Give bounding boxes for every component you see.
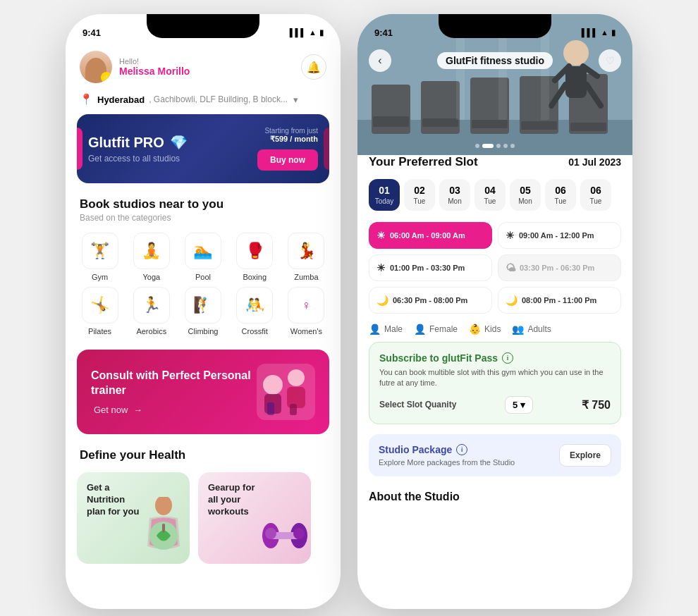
timeslot-4: 🌤 03:30 Pm - 06:30 Pm (498, 254, 621, 281)
timeslot-3[interactable]: ☀ 01:00 Pm - 03:30 Pm (369, 254, 492, 281)
timeslot-1[interactable]: ☀ 06:00 Am - 09:00 Am (369, 222, 492, 249)
package-info-icon[interactable]: i (456, 444, 467, 455)
boxing-icon-box: 🥊 (236, 233, 273, 269)
timeslot-2-text: 09:00 Am - 12:00 Pm (519, 231, 594, 240)
svg-rect-4 (267, 402, 274, 415)
trainer-banner[interactable]: Consult with Perfect Personal trainer Ge… (77, 350, 329, 434)
battery-icon: ▮ (319, 28, 324, 37)
category-climbing[interactable]: 🧗 Climbing (180, 287, 226, 335)
explore-button[interactable]: Explore (559, 444, 611, 467)
location-address: , Gachibowli, DLF Building, B block... (149, 94, 288, 104)
date-04[interactable]: 04 Tue (474, 179, 506, 211)
female-icon: 👤 (414, 324, 426, 335)
status-time: 9:41 (82, 27, 101, 38)
category-crossfit[interactable]: 🤼 Crossfit (232, 287, 278, 335)
time-grid: ☀ 06:00 Am - 09:00 Am ☀ 09:00 Am - 12:00… (369, 222, 621, 314)
status-time-2: 9:41 (374, 27, 393, 38)
subscribe-footer: Select Slot Quanity 5 ▾ ₹ 750 (379, 396, 611, 414)
qty-selector[interactable]: 5 ▾ (505, 396, 533, 414)
pro-right-accent (324, 128, 329, 170)
aerobics-label: Aerobics (136, 327, 166, 335)
gender-male[interactable]: 👤 Male (369, 324, 403, 335)
trainer-image (257, 364, 315, 420)
buy-now-button[interactable]: Buy now (257, 149, 318, 171)
date-label-5: Mon (514, 197, 537, 205)
gender-kids[interactable]: 👶 Kids (469, 324, 501, 335)
health-cards: Get a Nutrition plan for you Gearup for … (66, 464, 341, 571)
health-card-nutrition[interactable]: Get a Nutrition plan for you (77, 472, 190, 564)
date-02[interactable]: 02 Tue (404, 179, 435, 211)
yoga-icon-box: 🧘 (133, 233, 170, 269)
svg-point-12 (265, 528, 276, 539)
subscribe-price: ₹ 750 (582, 398, 611, 412)
category-yoga[interactable]: 🧘 Yoga (128, 233, 174, 281)
date-num-3: 03 (443, 185, 466, 196)
gender-adults[interactable]: 👥 Adults (512, 324, 551, 335)
trainer-cta: Get now → (91, 405, 257, 415)
wifi-icon-2: ▲ (601, 28, 608, 37)
gender-female[interactable]: 👤 Female (414, 324, 458, 335)
pro-diamond-icon: 💎 (170, 134, 188, 151)
user-name: Melissa Morillo (119, 66, 190, 77)
back-button[interactable]: ‹ (369, 49, 391, 72)
date-01[interactable]: 01 Today (369, 179, 400, 211)
pro-right-content: Starting from just ₹599 / month Buy now (257, 127, 318, 171)
date-num-5: 05 (514, 185, 537, 196)
studio-nav: ‹ GlutFit fitness studio ♡ (357, 49, 632, 72)
greeting-text: Hello! (119, 57, 190, 66)
notification-bell[interactable]: 🔔 (301, 54, 326, 80)
bell-icon-symbol: 🔔 (307, 61, 321, 74)
phone-1-content: ⭐ Hello! Melissa Morillo 🔔 📍 Hyderabad ,… (66, 45, 341, 609)
category-zumba[interactable]: 💃 Zumba (283, 233, 329, 281)
adults-label: Adults (527, 324, 551, 334)
slot-date: 01 Jul 2023 (568, 156, 621, 168)
gear-card-image (258, 493, 311, 564)
book-section-subtitle: Based on the categories (66, 213, 341, 233)
subscribe-box: Subscribe to glutFit Pass i You can book… (369, 342, 621, 424)
pilates-label: Pilates (88, 327, 111, 335)
category-gym[interactable]: 🏋 Gym (77, 233, 123, 281)
timeslot-5[interactable]: 🌙 06:30 Pm - 08:00 Pm (369, 287, 492, 314)
slot-title: Your Preferred Slot (369, 155, 478, 169)
svg-rect-5 (290, 404, 297, 415)
category-pilates[interactable]: 🤸 Pilates (77, 287, 123, 335)
location-bar[interactable]: 📍 Hyderabad , Gachibowli, DLF Building, … (66, 90, 341, 114)
dot-5 (510, 144, 515, 148)
phone-2-content: Your Preferred Slot 01 Jul 2023 01 Today… (357, 155, 632, 578)
date-03[interactable]: 03 Mon (439, 179, 470, 211)
category-boxing[interactable]: 🥊 Boxing (232, 233, 278, 281)
trainer-text: Consult with Perfect Personal trainer Ge… (91, 369, 257, 416)
date-label-1: Today (373, 197, 396, 205)
pool-icon-box: 🏊 (185, 233, 221, 269)
pilates-icon-box: 🤸 (82, 287, 118, 324)
category-womens[interactable]: ♀ Women's (283, 287, 329, 335)
gym-label: Gym (92, 273, 108, 281)
date-06a[interactable]: 06 Tue (545, 179, 576, 211)
kids-label: Kids (484, 324, 501, 334)
timeslot-3-icon: ☀ (376, 262, 386, 273)
subscribe-title: Subscribe to glutFit Pass i (379, 352, 611, 364)
image-carousel-dots (475, 144, 515, 148)
dot-2-active (482, 144, 494, 148)
timeslot-2[interactable]: ☀ 09:00 Am - 12:00 Pm (498, 222, 621, 249)
health-card-gear[interactable]: Gearup for all your workouts (198, 472, 311, 564)
slot-section: Your Preferred Slot 01 Jul 2023 01 Today… (357, 155, 632, 520)
category-aerobics[interactable]: 🏃 Aerobics (128, 287, 174, 335)
timeslot-6[interactable]: 🌙 08:00 Pm - 11:00 Pm (498, 287, 621, 314)
date-label-3: Mon (443, 197, 466, 205)
category-pool[interactable]: 🏊 Pool (180, 233, 226, 281)
timeslot-1-icon: ☀ (376, 230, 386, 241)
timeslot-1-text: 06:00 Am - 09:00 Am (390, 231, 465, 240)
gym-icon-box: 🏋 (82, 233, 118, 269)
date-06b[interactable]: 06 Tue (580, 179, 611, 211)
svg-point-0 (288, 369, 305, 386)
favorite-button[interactable]: ♡ (599, 49, 621, 72)
male-icon: 👤 (369, 324, 381, 335)
greeting-block: Hello! Melissa Morillo (119, 57, 190, 77)
pro-left-accent (77, 128, 82, 170)
pro-title-text: Glutfit PRO (88, 135, 164, 151)
subscribe-info-icon[interactable]: i (502, 352, 513, 364)
date-05[interactable]: 05 Mon (510, 179, 541, 211)
info-i: i (507, 355, 509, 362)
qty-label: Select Slot Quanity (379, 400, 456, 409)
